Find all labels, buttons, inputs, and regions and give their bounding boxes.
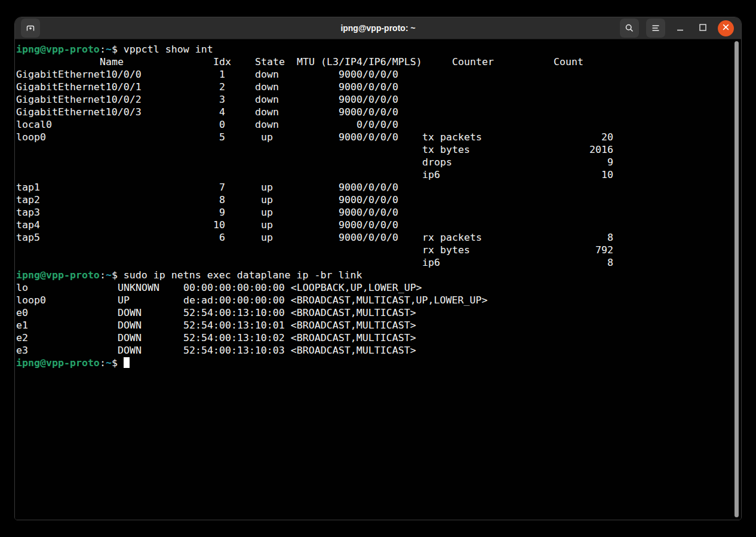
if-mtu: 9000/0/0/0 [315, 131, 398, 143]
terminal-line: tx bytes 2016 [16, 143, 741, 156]
search-button[interactable] [620, 19, 639, 38]
terminal-line: loop0 UP de:ad:00:00:00:00 <BROADCAST,MU… [16, 294, 741, 306]
if-state: down [255, 81, 279, 93]
link-name: e0 [16, 306, 28, 319]
counter-name: ip6 [422, 168, 440, 181]
if-state: up [255, 219, 279, 231]
link-detail: de:ad:00:00:00:00 <BROADCAST,MULTICAST,U… [183, 294, 488, 306]
terminal-line: tap3 9 up 9000/0/0/0 [16, 206, 741, 219]
link-state: UP [118, 294, 130, 306]
prompt-dollar: $ [112, 44, 124, 55]
counter-value: 20 [524, 131, 613, 143]
terminal-line: lo UNKNOWN 00:00:00:00:00:00 <LOOPBACK,U… [16, 281, 741, 294]
close-button[interactable] [718, 20, 734, 36]
if-name: GigabitEthernet10/0/0 [16, 68, 142, 81]
if-idx: 3 [171, 93, 225, 106]
titlebar-controls [620, 19, 734, 38]
if-state: down [255, 68, 279, 81]
minimize-button[interactable] [672, 19, 688, 38]
link-detail: 00:00:00:00:00:00 <LOOPBACK,UP,LOWER_UP> [183, 281, 422, 294]
desktop: ipng@vpp-proto: ~ [0, 0, 756, 537]
terminal-line: e1 DOWN 52:54:00:13:10:01 <BROADCAST,MUL… [16, 319, 741, 332]
terminal-line: e3 DOWN 52:54:00:13:10:03 <BROADCAST,MUL… [16, 344, 741, 357]
close-icon [722, 23, 730, 33]
if-mtu: 9000/0/0/0 [315, 206, 398, 219]
if-idx: 2 [171, 81, 225, 93]
if-name: GigabitEthernet10/0/2 [16, 93, 142, 106]
if-state: down [255, 93, 279, 106]
if-name: tap5 [16, 231, 40, 244]
terminal-line: tap2 8 up 9000/0/0/0 [16, 194, 741, 206]
if-mtu: 9000/0/0/0 [315, 181, 398, 194]
link-detail: 52:54:00:13:10:02 <BROADCAST,MULTICAST> [183, 332, 416, 344]
if-name: tap4 [16, 219, 40, 231]
terminal-content[interactable]: ipng@vpp-proto:~$ vppctl show int Name I… [15, 39, 741, 520]
terminal-window: ipng@vpp-proto: ~ [14, 17, 742, 520]
terminal-line: GigabitEthernet10/0/1 2 down 9000/0/0/0 [16, 81, 741, 93]
link-detail: 52:54:00:13:10:00 <BROADCAST,MULTICAST> [183, 306, 416, 319]
terminal-line: GigabitEthernet10/0/2 3 down 9000/0/0/0 [16, 93, 741, 106]
header-idx: Idx [213, 56, 231, 68]
scrollbar-thumb[interactable] [735, 41, 739, 517]
header-mtu: MTU (L3/IP4/IP6/MPLS) [297, 56, 422, 68]
if-mtu: 9000/0/0/0 [315, 106, 398, 118]
header-counter: Counter [452, 56, 494, 68]
counter-value: 8 [524, 231, 613, 244]
counter-value: 2016 [524, 143, 613, 156]
menu-button[interactable] [646, 19, 665, 38]
link-name: e1 [16, 319, 28, 332]
prompt-colon: : [100, 269, 106, 281]
if-state: down [255, 118, 279, 131]
if-idx: 1 [171, 68, 225, 81]
command-text: vppctl show int [124, 44, 213, 55]
prompt-colon: : [100, 357, 106, 369]
maximize-button[interactable] [695, 19, 711, 38]
counter-name: rx packets [422, 231, 482, 244]
header-name: Name [100, 56, 124, 68]
if-state: up [255, 231, 279, 244]
prompt-dollar: $ [112, 357, 124, 369]
hamburger-menu-icon [651, 23, 660, 33]
terminal-line: loop0 5 up 9000/0/0/0 tx packets 20 [16, 131, 741, 143]
terminal-line: ip6 8 [16, 256, 741, 269]
if-idx: 4 [171, 106, 225, 118]
if-state: up [255, 206, 279, 219]
counter-name: tx bytes [422, 143, 470, 156]
link-name: loop0 [16, 294, 46, 306]
if-name: tap1 [16, 181, 40, 194]
terminal-cursor [124, 357, 130, 368]
terminal-line: local0 0 down 0/0/0/0 [16, 118, 741, 131]
terminal-line: drops 9 [16, 156, 741, 168]
if-state: up [255, 181, 279, 194]
maximize-icon [699, 23, 707, 33]
link-name: e3 [16, 344, 28, 357]
terminal-line: GigabitEthernet10/0/0 1 down 9000/0/0/0 [16, 68, 741, 81]
counter-value: 792 [524, 244, 613, 256]
link-state: DOWN [118, 319, 142, 332]
link-name: e2 [16, 332, 28, 344]
header-count: Count [554, 56, 583, 68]
link-state: DOWN [118, 344, 142, 357]
if-state: down [255, 106, 279, 118]
search-icon [625, 23, 634, 33]
terminal-line: tap4 10 up 9000/0/0/0 [16, 219, 741, 231]
terminal-line: tap1 7 up 9000/0/0/0 [16, 181, 741, 194]
if-name: loop0 [16, 131, 46, 143]
prompt-user-host: ipng@vpp-proto [16, 44, 100, 55]
terminal-line: ipng@vpp-proto:~$ [16, 357, 741, 369]
if-mtu: 9000/0/0/0 [315, 68, 398, 81]
titlebar[interactable]: ipng@vpp-proto: ~ [15, 17, 741, 39]
prompt-user-host: ipng@vpp-proto [16, 269, 100, 281]
if-state: up [255, 194, 279, 206]
counter-name: drops [422, 156, 452, 168]
if-idx: 0 [171, 118, 225, 131]
if-mtu: 9000/0/0/0 [315, 231, 398, 244]
new-tab-button[interactable] [21, 19, 40, 38]
if-mtu: 9000/0/0/0 [315, 93, 398, 106]
prompt-cwd: ~ [106, 44, 112, 55]
counter-name: tx packets [422, 131, 482, 143]
terminal-line: tap5 6 up 9000/0/0/0 rx packets 8 [16, 231, 741, 244]
counter-name: rx bytes [422, 244, 470, 256]
prompt-colon: : [100, 44, 106, 55]
link-detail: 52:54:00:13:10:01 <BROADCAST,MULTICAST> [183, 319, 416, 332]
